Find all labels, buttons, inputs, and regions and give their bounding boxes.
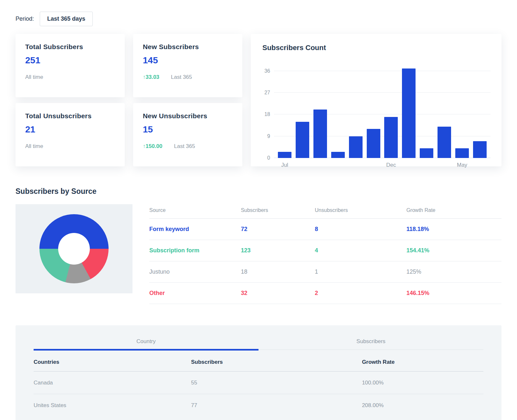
country-cell-country: Canada bbox=[34, 380, 191, 386]
country-table-body: Canada55100.00%Unites States77208.00% bbox=[34, 372, 483, 417]
source-cell-source: Justuno bbox=[149, 268, 241, 275]
bar-chart: 09182736 JulDecMay bbox=[259, 65, 491, 158]
source-cell-growth: 125% bbox=[406, 268, 501, 275]
source-table-body: Form keyword728118.18%Subscription form1… bbox=[149, 219, 501, 304]
bar-column: May bbox=[455, 65, 469, 158]
stat-title: New Unsubscribers bbox=[143, 112, 233, 120]
bar bbox=[384, 117, 398, 158]
stat-value: 15 bbox=[143, 124, 233, 135]
bar bbox=[278, 152, 291, 158]
stat-title: Total Subscribers bbox=[25, 43, 115, 51]
bar-column bbox=[349, 65, 363, 158]
period-select[interactable]: Last 365 days bbox=[40, 12, 93, 26]
country-cell-subscribers: 55 bbox=[191, 380, 362, 386]
bar-column bbox=[331, 65, 345, 158]
stat-title: Total Unsubscribers bbox=[25, 112, 115, 120]
source-donut bbox=[39, 214, 109, 283]
country-cell-growth: 208.00% bbox=[362, 402, 483, 409]
bar-column bbox=[438, 65, 451, 158]
country-cell-subscribers: 77 bbox=[191, 402, 362, 409]
period-row: Period: Last 365 days bbox=[16, 12, 501, 26]
country-tabs: Country Subscribers bbox=[34, 338, 483, 351]
subscribers-count-chart-card: Subscribers Count 09182736 JulDecMay bbox=[251, 34, 501, 166]
bar-chart-y-axis: 09182736 bbox=[259, 65, 274, 158]
y-tick-label: 36 bbox=[264, 68, 270, 74]
source-cell-subscribers: 123 bbox=[241, 247, 315, 254]
bar-column bbox=[473, 65, 487, 158]
bar-column bbox=[313, 65, 327, 158]
source-cell-source: Form keyword bbox=[149, 226, 241, 233]
country-table-header: Countries Subscribers Growth Rate bbox=[34, 351, 483, 372]
x-tick-label: May bbox=[457, 162, 467, 168]
bar-chart-plot: JulDecMay bbox=[274, 65, 491, 158]
source-cell-subscribers: 18 bbox=[241, 268, 315, 275]
top-grid: Total Subscribers 251 All time New Subsc… bbox=[16, 34, 501, 166]
country-table-row: Unites States77208.00% bbox=[34, 394, 483, 417]
header-subscribers: Subscribers bbox=[241, 207, 315, 213]
stat-value: 21 bbox=[25, 124, 115, 135]
bar bbox=[313, 110, 327, 158]
delta-period: Last 365 bbox=[174, 143, 195, 150]
source-cell-growth: 118.18% bbox=[406, 226, 501, 233]
period-value: Last 365 days bbox=[47, 16, 85, 22]
header-subscribers: Subscribers bbox=[191, 359, 362, 365]
header-growth-rate: Growth Rate bbox=[362, 359, 483, 365]
y-tick-label: 18 bbox=[264, 111, 270, 117]
source-cell-unsubscribers: 8 bbox=[315, 226, 406, 233]
bar-column bbox=[420, 65, 433, 158]
bar bbox=[367, 129, 380, 158]
source-table: Source Subscribers Unsubscribers Growth … bbox=[149, 204, 501, 304]
stat-card-new-unsubscribers: New Unsubscribers 15 ↑150.00 Last 365 bbox=[133, 103, 242, 166]
bar bbox=[402, 68, 416, 158]
bar-column bbox=[296, 65, 309, 158]
delta-up-value: ↑150.00 bbox=[143, 143, 163, 150]
country-card: Country Subscribers Countries Subscriber… bbox=[16, 325, 501, 420]
source-area: Source Subscribers Unsubscribers Growth … bbox=[16, 204, 501, 304]
stat-card-total-subscribers: Total Subscribers 251 All time bbox=[16, 34, 125, 97]
stat-subtext: All time bbox=[25, 143, 115, 150]
stat-value: 145 bbox=[143, 55, 233, 66]
stat-title: New Subscribers bbox=[143, 43, 233, 51]
source-cell-growth: 146.15% bbox=[406, 290, 501, 297]
bar bbox=[473, 141, 487, 158]
stat-card-new-subscribers: New Subscribers 145 ↑33.03 Last 365 bbox=[133, 34, 242, 97]
tab-subscribers[interactable]: Subscribers bbox=[258, 338, 483, 351]
subscribers-dashboard: Period: Last 365 days Total Subscribers … bbox=[0, 0, 517, 420]
bar-chart-bars: JulDecMay bbox=[274, 65, 491, 158]
delta-up-value: ↑33.03 bbox=[143, 74, 159, 80]
stat-subtext: All time bbox=[25, 74, 115, 80]
stat-delta-row: ↑150.00 Last 365 bbox=[143, 143, 233, 150]
source-table-row: Subscription form1234154.41% bbox=[149, 240, 501, 261]
bar bbox=[438, 127, 451, 158]
source-cell-source: Other bbox=[149, 290, 241, 297]
bar bbox=[349, 136, 363, 158]
period-label: Period: bbox=[16, 16, 34, 22]
source-cell-unsubscribers: 1 bbox=[315, 268, 406, 275]
header-growth-rate: Growth Rate bbox=[406, 207, 501, 213]
bar bbox=[455, 148, 469, 158]
tab-country[interactable]: Country bbox=[34, 338, 258, 351]
y-tick-label: 0 bbox=[267, 155, 270, 161]
source-cell-unsubscribers: 4 bbox=[315, 247, 406, 254]
stat-value: 251 bbox=[25, 55, 115, 66]
chart-title: Subscribers Count bbox=[262, 44, 491, 52]
bar-column: Dec bbox=[384, 65, 398, 158]
subscribers-by-source-title: Subscribers by Source bbox=[16, 187, 501, 196]
bar bbox=[331, 152, 345, 158]
header-countries: Countries bbox=[34, 359, 191, 365]
source-table-row: Other322146.15% bbox=[149, 283, 501, 304]
source-donut-hole bbox=[58, 233, 90, 265]
stat-delta-row: ↑33.03 Last 365 bbox=[143, 74, 233, 80]
bar bbox=[420, 148, 433, 158]
source-table-header: Source Subscribers Unsubscribers Growth … bbox=[149, 204, 501, 219]
header-source: Source bbox=[149, 207, 241, 213]
delta-period: Last 365 bbox=[171, 74, 192, 80]
source-cell-growth: 154.41% bbox=[406, 247, 501, 254]
source-cell-unsubscribers: 2 bbox=[315, 290, 406, 297]
bar-column bbox=[367, 65, 380, 158]
bar-column: Jul bbox=[278, 65, 291, 158]
source-cell-subscribers: 32 bbox=[241, 290, 315, 297]
bar bbox=[296, 122, 309, 158]
source-donut-box bbox=[16, 204, 132, 293]
source-table-row: Form keyword728118.18% bbox=[149, 219, 501, 240]
